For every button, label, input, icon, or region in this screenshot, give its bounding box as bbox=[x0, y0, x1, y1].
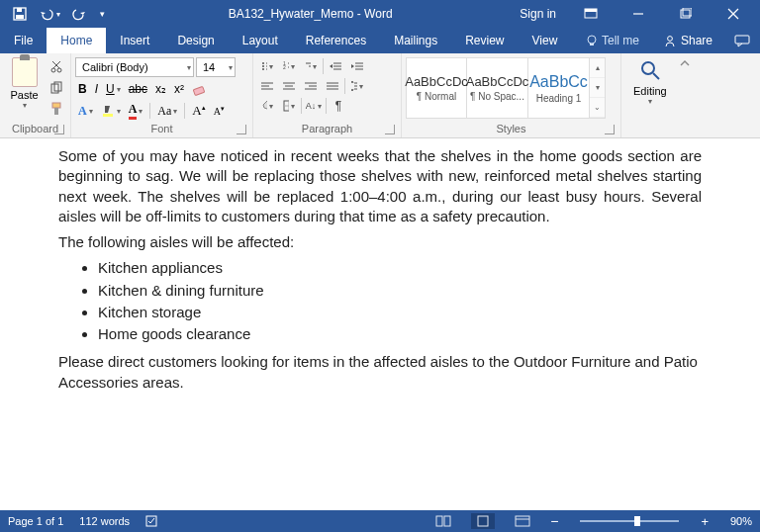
print-layout-icon bbox=[476, 515, 490, 527]
paste-button[interactable]: Paste ▾ bbox=[4, 55, 45, 110]
signin-link[interactable]: Sign in bbox=[512, 7, 564, 21]
show-marks-button[interactable]: ¶ bbox=[329, 97, 348, 115]
ribbon-display-button[interactable] bbox=[570, 0, 612, 28]
zoom-slider[interactable] bbox=[580, 520, 679, 522]
subscript-button[interactable]: x₂ bbox=[152, 79, 169, 99]
sort-button[interactable]: A↓ bbox=[304, 97, 324, 115]
grow-font-button[interactable]: A▴ bbox=[189, 101, 208, 121]
tab-home[interactable]: Home bbox=[47, 28, 106, 53]
font-launcher[interactable] bbox=[237, 125, 246, 134]
list-item[interactable]: Kitchen appliances bbox=[98, 258, 702, 278]
font-name-select[interactable]: Calibri (Body)▾ bbox=[75, 57, 194, 77]
italic-button[interactable]: I bbox=[92, 79, 101, 99]
highlight-button[interactable] bbox=[98, 101, 124, 121]
tab-insert[interactable]: Insert bbox=[106, 28, 163, 53]
borders-icon bbox=[283, 100, 289, 112]
zoom-thumb[interactable] bbox=[634, 516, 640, 526]
print-layout-button[interactable] bbox=[471, 513, 495, 529]
tab-review[interactable]: Review bbox=[451, 28, 518, 53]
increase-indent-button[interactable] bbox=[347, 57, 367, 75]
statusbar: Page 1 of 1 112 words − + 90% bbox=[0, 510, 760, 532]
save-button[interactable] bbox=[6, 2, 34, 26]
paragraph[interactable]: Please direct customers looking for item… bbox=[58, 352, 702, 393]
decrease-indent-button[interactable] bbox=[326, 57, 345, 75]
zoom-in-button[interactable]: + bbox=[701, 514, 709, 529]
styles-more-icon[interactable]: ⌄ bbox=[590, 98, 605, 118]
paragraph-launcher[interactable] bbox=[385, 125, 395, 134]
group-editing: Editing ▾ bbox=[621, 53, 675, 137]
qat-customize[interactable]: ▾ bbox=[95, 2, 109, 26]
align-center-button[interactable] bbox=[279, 77, 299, 95]
cut-button[interactable] bbox=[47, 57, 66, 77]
proofing-button[interactable] bbox=[145, 514, 161, 528]
redo-button[interactable] bbox=[65, 2, 93, 26]
close-icon bbox=[727, 8, 739, 20]
svg-point-61 bbox=[642, 62, 654, 74]
list-item[interactable]: Kitchen & dining furniture bbox=[98, 281, 702, 301]
bold-button[interactable]: B bbox=[75, 79, 90, 99]
share-button[interactable]: Share bbox=[651, 28, 724, 53]
tab-view[interactable]: View bbox=[519, 28, 572, 53]
copy-button[interactable] bbox=[47, 78, 66, 98]
list-item[interactable]: Home goods clearance bbox=[98, 324, 702, 344]
paragraph[interactable]: Some of you may have noticed in recent w… bbox=[58, 146, 702, 226]
minimize-button[interactable] bbox=[618, 0, 659, 28]
align-right-button[interactable] bbox=[301, 77, 321, 95]
undo-button[interactable]: ▾ bbox=[36, 2, 63, 26]
tab-design[interactable]: Design bbox=[163, 28, 228, 53]
styles-down-icon[interactable]: ▾ bbox=[590, 78, 605, 98]
outdent-icon bbox=[330, 61, 341, 71]
zoom-value[interactable]: 90% bbox=[730, 515, 752, 527]
style-normal[interactable]: AaBbCcDc ¶ Normal bbox=[406, 57, 467, 119]
numbering-button[interactable]: 12 bbox=[279, 57, 299, 75]
format-painter-button[interactable] bbox=[47, 99, 66, 119]
format-painter-icon bbox=[49, 102, 63, 116]
font-size-select[interactable]: 14▾ bbox=[196, 57, 236, 77]
read-mode-icon bbox=[435, 515, 451, 527]
multilevel-icon bbox=[305, 61, 311, 71]
font-color-button[interactable]: A bbox=[126, 101, 146, 121]
styles-gallery[interactable]: AaBbCcDc ¶ Normal AaBbCcDc ¶ No Spac... … bbox=[406, 57, 606, 119]
bullet-list[interactable]: Kitchen appliances Kitchen & dining furn… bbox=[98, 258, 702, 344]
justify-button[interactable] bbox=[323, 77, 342, 95]
comments-button[interactable] bbox=[724, 28, 760, 53]
styles-gallery-scroll[interactable]: ▴ ▾ ⌄ bbox=[590, 57, 606, 119]
web-layout-button[interactable] bbox=[511, 513, 534, 529]
find-button[interactable] bbox=[639, 59, 661, 81]
text-effects-button[interactable]: A bbox=[75, 101, 96, 121]
styles-launcher[interactable] bbox=[605, 125, 615, 134]
read-mode-button[interactable] bbox=[431, 513, 455, 529]
document-page[interactable]: Some of you may have noticed in recent w… bbox=[58, 146, 702, 393]
underline-button[interactable]: U bbox=[103, 79, 124, 99]
change-case-button[interactable]: Aa bbox=[154, 101, 180, 121]
align-left-button[interactable] bbox=[257, 77, 277, 95]
document-area[interactable]: Some of you may have noticed in recent w… bbox=[0, 138, 760, 510]
bullets-button[interactable] bbox=[257, 57, 277, 75]
strikethrough-button[interactable]: abc bbox=[126, 79, 150, 99]
maximize-button[interactable] bbox=[665, 0, 707, 28]
borders-button[interactable] bbox=[279, 97, 299, 115]
paragraph[interactable]: The following aisles will be affected: bbox=[58, 232, 702, 252]
page-indicator[interactable]: Page 1 of 1 bbox=[8, 515, 63, 527]
style-heading1[interactable]: AaBbCc Heading 1 bbox=[528, 57, 590, 119]
group-styles: AaBbCcDc ¶ Normal AaBbCcDc ¶ No Spac... … bbox=[402, 53, 621, 137]
styles-up-icon[interactable]: ▴ bbox=[590, 58, 605, 78]
line-spacing-button[interactable] bbox=[347, 77, 367, 95]
tab-file[interactable]: File bbox=[0, 28, 47, 53]
list-item[interactable]: Kitchen storage bbox=[98, 303, 702, 322]
zoom-out-button[interactable]: − bbox=[550, 513, 558, 529]
style-nospacing[interactable]: AaBbCcDc ¶ No Spac... bbox=[467, 57, 528, 119]
tab-references[interactable]: References bbox=[292, 28, 380, 53]
tell-me[interactable]: Tell me bbox=[574, 28, 651, 53]
shading-button[interactable] bbox=[257, 97, 277, 115]
close-button[interactable] bbox=[712, 0, 754, 28]
multilevel-button[interactable] bbox=[301, 57, 321, 75]
tab-mailings[interactable]: Mailings bbox=[380, 28, 451, 53]
clear-formatting-button[interactable] bbox=[189, 79, 209, 99]
clipboard-launcher[interactable] bbox=[54, 125, 64, 134]
shrink-font-button[interactable]: A▾ bbox=[211, 101, 228, 121]
tab-layout[interactable]: Layout bbox=[229, 28, 292, 53]
word-count[interactable]: 112 words bbox=[79, 515, 130, 527]
collapse-ribbon-button[interactable] bbox=[675, 53, 695, 137]
superscript-button[interactable]: x² bbox=[171, 79, 187, 99]
